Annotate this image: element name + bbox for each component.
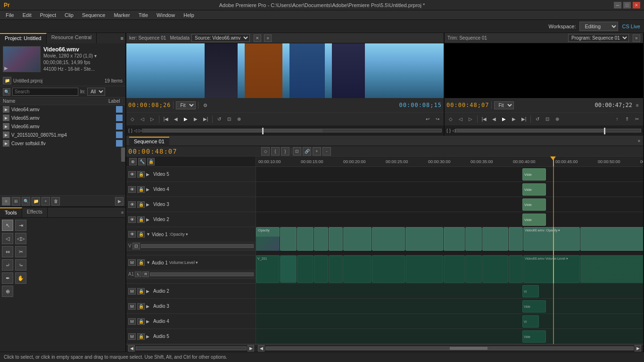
selection-tool-button[interactable]: ↖ xyxy=(2,220,13,231)
prog-step-back[interactable]: ◀ xyxy=(490,115,498,123)
v1-clip-13[interactable]: Video66.wmv :Opacity ▾ xyxy=(523,227,580,251)
slip-tool-button[interactable]: ⤾ xyxy=(2,259,13,271)
v4-lock[interactable]: 🔒 xyxy=(137,186,145,193)
program-panel-menu[interactable]: ≡ xyxy=(633,34,640,42)
v1-clip-11[interactable] xyxy=(482,227,508,251)
tl-in-point[interactable]: { xyxy=(271,147,280,156)
source-step-fwd[interactable]: ▶ xyxy=(191,115,200,123)
zoom-tool-button[interactable]: ⊕ xyxy=(2,286,13,297)
prog-in[interactable]: ◁ xyxy=(456,115,465,123)
tl-out-point[interactable]: } xyxy=(281,147,289,156)
v3-expand[interactable]: ▶ xyxy=(146,202,152,207)
menu-clip[interactable]: Clip xyxy=(61,11,77,19)
menu-file[interactable]: File xyxy=(2,11,18,19)
a4-expand[interactable]: ▶ xyxy=(146,319,152,324)
a1-clip-6[interactable] xyxy=(343,255,372,283)
tl-add-marker[interactable]: ◇ xyxy=(261,147,270,156)
program-fit-select[interactable]: Fit xyxy=(494,101,514,109)
a1-clip-11[interactable] xyxy=(482,255,508,283)
a1-clip-10[interactable] xyxy=(465,255,482,283)
a4-mute[interactable]: M xyxy=(128,318,136,325)
a1-clip-7[interactable] xyxy=(372,255,405,283)
search-input[interactable] xyxy=(12,88,78,96)
clip-a4[interactable]: Vi xyxy=(522,315,539,328)
prog-play[interactable]: ▶ xyxy=(500,115,508,123)
source-insert[interactable]: ↩ xyxy=(423,115,432,123)
rate-stretch-tool-button[interactable]: ⇔ xyxy=(2,246,13,257)
tl-add-track[interactable]: + xyxy=(313,147,321,156)
tl-scroll-bar[interactable] xyxy=(265,346,634,350)
v2-lock[interactable]: 🔒 xyxy=(137,216,145,223)
v4-eye[interactable]: 👁 xyxy=(128,186,136,193)
tab-project[interactable]: Project: Untitled xyxy=(0,33,47,43)
source-scrub-btn[interactable]: { xyxy=(128,128,130,133)
a1-mute[interactable]: M xyxy=(128,259,136,266)
v3-lock[interactable]: 🔒 xyxy=(137,201,145,208)
tl-del-track[interactable]: - xyxy=(322,147,331,156)
a5-lock[interactable]: 🔒 xyxy=(137,333,145,340)
pen-tool-button[interactable]: ✒ xyxy=(2,272,13,284)
delete-button[interactable]: 🗑 xyxy=(51,197,60,206)
a1-clip-2[interactable] xyxy=(280,255,297,283)
timeline-panel-menu[interactable]: ≡ xyxy=(638,139,640,143)
source-go-in[interactable]: |◀ xyxy=(162,115,170,123)
source-output-btn[interactable]: ⊕ xyxy=(235,115,243,123)
prog-go-in[interactable]: |◀ xyxy=(480,115,488,123)
source-scrub-btn2[interactable]: } xyxy=(131,128,132,133)
timeline-sequence-tab[interactable]: Sequence 01 xyxy=(129,137,169,145)
v3-eye[interactable]: 👁 xyxy=(128,201,136,208)
panel-menu-icon[interactable]: ≡ xyxy=(121,210,124,215)
v4-expand[interactable]: ▶ xyxy=(146,187,152,192)
cs-live-button[interactable]: CS Live xyxy=(622,24,640,29)
lock-icon[interactable]: 🔒 xyxy=(147,158,155,165)
scroll-left-btn[interactable]: ◀ xyxy=(128,345,135,352)
razor-tool-button[interactable]: ✂ xyxy=(15,246,26,257)
v1-clip-5[interactable] xyxy=(329,227,343,251)
ripple-edit-tool-button[interactable]: ◁ xyxy=(2,233,13,244)
source-timecode[interactable]: 00:00:08;26 xyxy=(128,102,171,108)
a3-mute[interactable]: M xyxy=(128,303,136,310)
source-in-point-btn[interactable]: ◁ xyxy=(138,115,147,123)
a1-clip-8[interactable] xyxy=(405,255,443,283)
a5-mute[interactable]: M xyxy=(128,333,136,340)
v1-clip-4[interactable] xyxy=(314,227,328,251)
source-out-point-btn[interactable]: ▷ xyxy=(148,115,157,123)
v1-clip-10[interactable] xyxy=(465,227,482,251)
a1-l[interactable]: L xyxy=(135,272,141,277)
file-item-video64[interactable]: ▶ Video64.wmv xyxy=(0,105,125,114)
source-step-back[interactable]: ◀ xyxy=(172,115,180,123)
a5-expand[interactable]: ▶ xyxy=(146,334,152,339)
prog-scrub-btn2[interactable]: } xyxy=(449,128,451,133)
v1-clip-7[interactable] xyxy=(372,227,405,251)
a2-expand[interactable]: ▶ xyxy=(146,289,152,294)
tab-tools[interactable]: Tools xyxy=(0,207,22,217)
source-loop-btn[interactable]: ↺ xyxy=(215,115,223,123)
tl-scroll-right[interactable]: ▶ xyxy=(635,345,641,352)
prog-marker[interactable]: ◇ xyxy=(446,115,455,123)
fly-menu[interactable]: ▶ xyxy=(115,197,124,206)
tab-effects[interactable]: Effects xyxy=(22,207,48,217)
source-goto-in[interactable]: ◁ xyxy=(134,128,137,133)
v1-clip-6[interactable] xyxy=(343,227,372,251)
track-canvas[interactable]: 00:00:10:00 00:00:15:00 00:00:20:00 00:0… xyxy=(256,156,643,344)
clip-v2[interactable]: Vide xyxy=(522,214,546,226)
source-metadata-tab[interactable]: Metadata xyxy=(170,35,190,41)
program-scrubber-bar[interactable] xyxy=(455,129,641,132)
source-ker-tab[interactable]: ker: Sequence 01 xyxy=(129,35,166,41)
v1-clip-end[interactable] xyxy=(580,227,643,251)
v1-clip-2[interactable] xyxy=(280,227,297,251)
source-scrubber-bar[interactable] xyxy=(142,129,442,132)
a1-clip-3[interactable] xyxy=(297,255,314,283)
a2-mute[interactable]: M xyxy=(128,288,136,295)
menu-sequence[interactable]: Sequence xyxy=(78,11,109,19)
new-item-button[interactable]: + xyxy=(41,197,50,206)
source-in-point[interactable]: 00:00:08;15 xyxy=(399,102,442,108)
file-item-cover[interactable]: ▶ Cover softskil.flv xyxy=(0,139,125,148)
tl-snap[interactable]: ⊡ xyxy=(293,147,301,156)
v1-eye[interactable]: 👁 xyxy=(128,231,136,238)
source-overwrite[interactable]: ↪ xyxy=(433,115,442,123)
tab-resource-central[interactable]: Resource Central xyxy=(47,33,97,43)
clip-a5[interactable]: Vide xyxy=(522,330,546,343)
a4-lock[interactable]: 🔒 xyxy=(137,318,145,325)
prog-loop[interactable]: ↺ xyxy=(533,115,542,123)
